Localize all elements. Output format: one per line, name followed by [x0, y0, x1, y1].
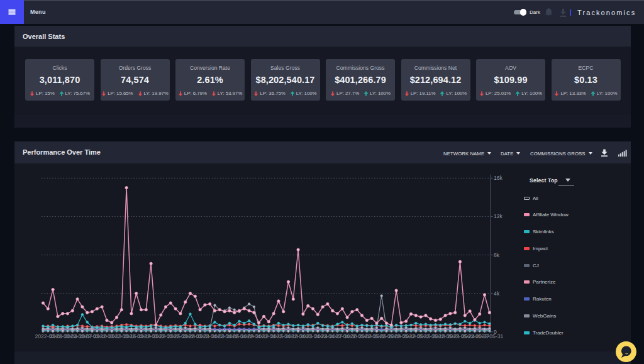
svg-text:16k: 16k: [494, 175, 503, 181]
svg-text:2022-05-31: 2022-05-31: [475, 333, 503, 339]
svg-text:12k: 12k: [494, 213, 503, 219]
svg-text:4k: 4k: [494, 290, 500, 297]
svg-text:8k: 8k: [494, 252, 500, 258]
